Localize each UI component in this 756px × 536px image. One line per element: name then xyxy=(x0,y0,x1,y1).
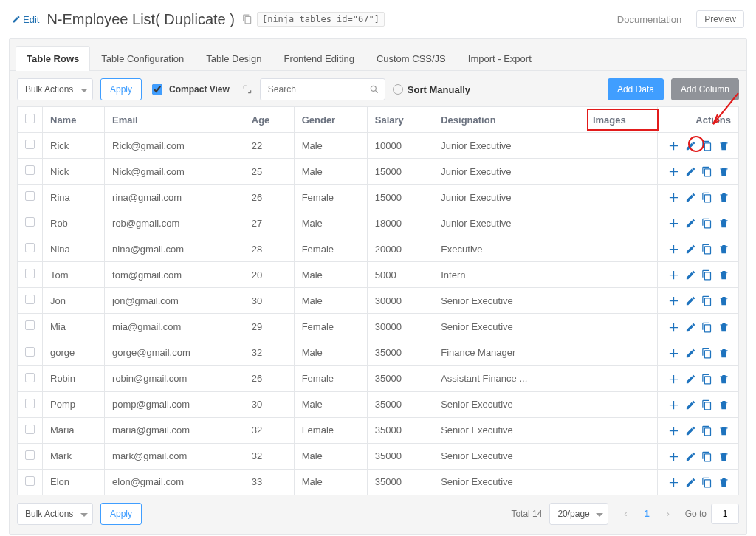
edit-link[interactable]: Edit xyxy=(12,14,39,25)
tab-custom-css-js[interactable]: Custom CSS/JS xyxy=(365,46,457,71)
delete-icon[interactable] xyxy=(718,425,729,436)
delete-icon[interactable] xyxy=(718,244,729,255)
duplicate-icon[interactable] xyxy=(701,399,712,410)
duplicate-icon[interactable] xyxy=(701,140,712,151)
row-checkbox[interactable] xyxy=(25,217,35,227)
duplicate-icon[interactable] xyxy=(701,192,712,203)
col-designation[interactable]: Designation xyxy=(433,107,585,133)
compact-view-toggle[interactable]: Compact View xyxy=(149,82,252,97)
add-icon[interactable] xyxy=(668,348,679,359)
col-age[interactable]: Age xyxy=(244,107,294,133)
edit-icon[interactable] xyxy=(685,374,696,385)
delete-icon[interactable] xyxy=(718,269,729,281)
tab-import-export[interactable]: Import - Export xyxy=(457,46,543,71)
select-all-checkbox[interactable] xyxy=(25,114,35,123)
sort-manually-radio[interactable] xyxy=(393,84,403,95)
row-checkbox[interactable] xyxy=(25,243,35,252)
pager-current[interactable]: 1 xyxy=(639,508,653,519)
row-checkbox[interactable] xyxy=(25,165,35,175)
add-data-button[interactable]: Add Data xyxy=(608,78,664,100)
edit-icon[interactable] xyxy=(685,451,696,462)
add-icon[interactable] xyxy=(668,140,679,151)
col-gender[interactable]: Gender xyxy=(294,107,367,133)
duplicate-icon[interactable] xyxy=(701,425,712,436)
add-icon[interactable] xyxy=(668,322,679,333)
tab-frontend-editing[interactable]: Frontend Editing xyxy=(272,46,365,71)
duplicate-icon[interactable] xyxy=(701,166,712,177)
apply-button[interactable]: Apply xyxy=(100,78,142,100)
add-icon[interactable] xyxy=(668,192,679,203)
sort-manually-toggle[interactable]: Sort Manually xyxy=(393,84,470,95)
col-name[interactable]: Name xyxy=(43,107,105,133)
goto-input[interactable] xyxy=(711,504,739,524)
edit-icon[interactable] xyxy=(685,425,696,436)
add-icon[interactable] xyxy=(668,425,679,436)
duplicate-icon[interactable] xyxy=(701,218,712,229)
delete-icon[interactable] xyxy=(718,477,729,488)
delete-icon[interactable] xyxy=(718,451,729,462)
add-icon[interactable] xyxy=(668,218,679,229)
row-checkbox[interactable] xyxy=(25,399,35,408)
delete-icon[interactable] xyxy=(718,322,729,333)
duplicate-icon[interactable] xyxy=(701,322,712,333)
col-salary[interactable]: Salary xyxy=(367,107,433,133)
col-email[interactable]: Email xyxy=(105,107,244,133)
edit-icon[interactable] xyxy=(685,269,696,281)
add-icon[interactable] xyxy=(668,374,679,385)
apply-button-bottom[interactable]: Apply xyxy=(100,503,142,525)
duplicate-icon[interactable] xyxy=(701,477,712,488)
pager-next[interactable]: › xyxy=(659,504,678,524)
duplicate-icon[interactable] xyxy=(701,451,712,462)
search-input[interactable] xyxy=(260,78,385,100)
shortcode[interactable]: [ninja_tables id="67"] xyxy=(242,12,385,27)
edit-icon[interactable] xyxy=(685,192,696,203)
row-checkbox[interactable] xyxy=(25,269,35,278)
row-checkbox[interactable] xyxy=(25,295,35,304)
expand-icon[interactable] xyxy=(242,84,252,95)
preview-button[interactable]: Preview xyxy=(696,10,744,28)
edit-icon[interactable] xyxy=(685,244,696,255)
edit-icon[interactable] xyxy=(685,322,696,333)
row-checkbox[interactable] xyxy=(25,425,35,434)
duplicate-icon[interactable] xyxy=(701,244,712,255)
duplicate-icon[interactable] xyxy=(701,295,712,306)
tab-table-rows[interactable]: Table Rows xyxy=(16,46,90,71)
row-checkbox[interactable] xyxy=(25,320,35,330)
add-icon[interactable] xyxy=(668,244,679,255)
delete-icon[interactable] xyxy=(718,295,729,306)
edit-icon[interactable] xyxy=(685,140,696,151)
col-images[interactable]: Images xyxy=(585,107,657,133)
bulk-actions-select[interactable]: Bulk Actions xyxy=(17,78,93,100)
edit-icon[interactable] xyxy=(685,477,696,488)
duplicate-icon[interactable] xyxy=(701,269,712,281)
row-checkbox[interactable] xyxy=(25,450,35,460)
documentation-link[interactable]: Documentation xyxy=(617,14,681,25)
row-checkbox[interactable] xyxy=(25,191,35,201)
delete-icon[interactable] xyxy=(718,374,729,385)
pager-prev[interactable]: ‹ xyxy=(616,504,635,524)
compact-view-checkbox[interactable] xyxy=(152,84,162,95)
row-checkbox[interactable] xyxy=(25,347,35,357)
delete-icon[interactable] xyxy=(718,399,729,410)
edit-icon[interactable] xyxy=(685,348,696,359)
delete-icon[interactable] xyxy=(718,166,729,177)
delete-icon[interactable] xyxy=(718,192,729,203)
row-checkbox[interactable] xyxy=(25,476,35,486)
add-icon[interactable] xyxy=(668,269,679,281)
per-page-select[interactable]: 20/page xyxy=(549,503,608,525)
add-column-button[interactable]: Add Column xyxy=(671,78,739,100)
tab-table-configuration[interactable]: Table Configuration xyxy=(90,46,195,71)
edit-icon[interactable] xyxy=(685,166,696,177)
edit-icon[interactable] xyxy=(685,295,696,306)
add-icon[interactable] xyxy=(668,399,679,410)
duplicate-icon[interactable] xyxy=(701,374,712,385)
edit-icon[interactable] xyxy=(685,399,696,410)
add-icon[interactable] xyxy=(668,166,679,177)
delete-icon[interactable] xyxy=(718,140,729,151)
delete-icon[interactable] xyxy=(718,348,729,359)
edit-icon[interactable] xyxy=(685,218,696,229)
delete-icon[interactable] xyxy=(718,218,729,229)
add-icon[interactable] xyxy=(668,451,679,462)
tab-table-design[interactable]: Table Design xyxy=(195,46,272,71)
add-icon[interactable] xyxy=(668,477,679,488)
